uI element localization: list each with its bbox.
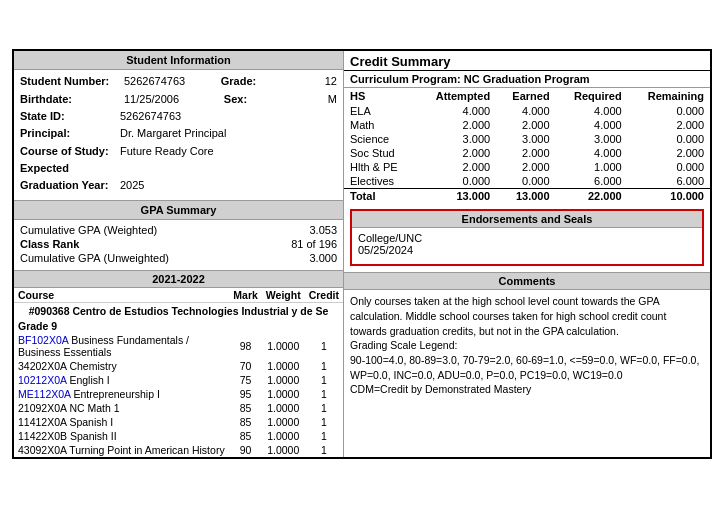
credit-table-row: Electives 0.000 0.000 6.000 6.000 [344, 174, 710, 189]
list-item: 11422X0B Spanish II 85 1.0000 1 [14, 429, 343, 443]
cumulative-unweighted-value: 3.000 [309, 252, 337, 264]
credit-cell: 1 [305, 373, 343, 387]
subject-cell: Hlth & PE [344, 160, 416, 174]
credit-table-row: Math 2.000 2.000 4.000 2.000 [344, 118, 710, 132]
weight-cell: 1.0000 [262, 429, 305, 443]
subject-cell: Electives [344, 174, 416, 189]
credit-cell: 1 [305, 387, 343, 401]
comments-text: Only courses taken at the high school le… [344, 290, 710, 401]
endorsements-date: 05/25/2024 [358, 244, 696, 256]
required-cell: 6.000 [556, 174, 628, 189]
course-desc: Chemistry [69, 360, 116, 372]
attempted-cell: 3.000 [416, 132, 496, 146]
course-id[interactable]: ME112X0A [18, 388, 71, 400]
earned-cell: 0.000 [496, 174, 555, 189]
course-id: 11422X0B [18, 430, 67, 442]
attempted-cell: 0.000 [416, 174, 496, 189]
student-number-value: 5262674763 [124, 74, 185, 89]
course-of-study-row: Course of Study: Future Ready Core [20, 144, 337, 159]
school-row: #090368 Centro de Estudios Technologies … [14, 302, 343, 319]
left-panel: Student Information Student Number: 5262… [14, 51, 344, 457]
required-col-header: Required [556, 88, 628, 104]
course-desc: Entrepreneurship I [73, 388, 159, 400]
state-id-row: State ID: 5262674763 [20, 109, 337, 124]
course-desc: NC Math 1 [69, 402, 119, 414]
weight-cell: 1.0000 [262, 333, 305, 359]
hs-col-header: HS [344, 88, 416, 104]
graduation-year-value: 2025 [120, 178, 144, 193]
course-table: Course Mark Weight Credit #090368 Centro… [14, 288, 343, 457]
weight-cell: 1.0000 [262, 415, 305, 429]
course-col-header: Course [14, 288, 229, 303]
weight-cell: 1.0000 [262, 373, 305, 387]
mark-cell: 98 [229, 333, 262, 359]
curriculum-program: Curriculum Program: NC Graduation Progra… [344, 71, 710, 88]
remaining-cell: 2.000 [628, 118, 710, 132]
principal-row: Principal: Dr. Margaret Principal [20, 126, 337, 141]
credit-summary-title: Credit Summary [344, 51, 710, 71]
mark-cell: 85 [229, 429, 262, 443]
state-id-label: State ID: [20, 109, 120, 124]
list-item: ME112X0A Entrepreneurship I 95 1.0000 1 [14, 387, 343, 401]
list-item: 43092X0A Turning Point in American Histo… [14, 443, 343, 457]
attempted-cell: 2.000 [416, 160, 496, 174]
attempted-cell: 4.000 [416, 104, 496, 118]
endorsements-section: Endorsements and Seals College/UNC 05/25… [350, 209, 704, 266]
endorsements-label: College/UNC [358, 232, 696, 244]
graduation-year-label: Graduation Year: [20, 178, 120, 193]
class-rank-value: 81 of 196 [291, 238, 337, 250]
remaining-cell: 6.000 [628, 174, 710, 189]
remaining-cell: 2.000 [628, 146, 710, 160]
earned-cell: 2.000 [496, 118, 555, 132]
total-attempted: 13.000 [416, 189, 496, 204]
course-id[interactable]: BF102X0A [18, 334, 68, 346]
grade-label: Grade: [221, 74, 321, 89]
expected-label: Expected [20, 161, 120, 176]
course-id[interactable]: 10212X0A [18, 374, 66, 386]
course-name-cell[interactable]: ME112X0A Entrepreneurship I [14, 387, 229, 401]
required-cell: 1.000 [556, 160, 628, 174]
credit-cell: 1 [305, 429, 343, 443]
student-number-row: Student Number: 5262674763 Grade: 12 [20, 74, 337, 89]
course-section: Course Mark Weight Credit #090368 Centro… [14, 288, 343, 457]
credit-total-row: Total 13.000 13.000 22.000 10.000 [344, 189, 710, 204]
cumulative-weighted-value: 3.053 [309, 224, 337, 236]
cumulative-unweighted-label: Cumulative GPA (Unweighted) [20, 252, 169, 264]
credit-col-header: Credit [305, 288, 343, 303]
weight-cell: 1.0000 [262, 359, 305, 373]
course-name-cell[interactable]: 10212X0A English I [14, 373, 229, 387]
credit-table-row: Hlth & PE 2.000 2.000 1.000 0.000 [344, 160, 710, 174]
credit-cell: 1 [305, 401, 343, 415]
course-id: 43092X0A [18, 444, 66, 456]
sex-label: Sex: [224, 92, 324, 107]
cumulative-weighted-row: Cumulative GPA (Weighted) 3.053 [20, 224, 337, 236]
earned-cell: 2.000 [496, 160, 555, 174]
attempted-cell: 2.000 [416, 118, 496, 132]
credit-cell: 1 [305, 333, 343, 359]
weight-cell: 1.0000 [262, 443, 305, 457]
remaining-cell: 0.000 [628, 160, 710, 174]
weight-col-header: Weight [262, 288, 305, 303]
student-number-label: Student Number: [20, 74, 120, 89]
grade-row: Grade 9 [14, 319, 343, 333]
remaining-cell: 0.000 [628, 132, 710, 146]
course-name-cell: 11422X0B Spanish II [14, 429, 229, 443]
required-cell: 4.000 [556, 104, 628, 118]
list-item: BF102X0A Business Fundamentals / Busines… [14, 333, 343, 359]
student-info-header: Student Information [14, 51, 343, 70]
credit-cell: 1 [305, 359, 343, 373]
required-cell: 3.000 [556, 132, 628, 146]
weight-cell: 1.0000 [262, 401, 305, 415]
course-name-cell[interactable]: BF102X0A Business Fundamentals / Busines… [14, 333, 229, 359]
list-item: 10212X0A English I 75 1.0000 1 [14, 373, 343, 387]
principal-value: Dr. Margaret Principal [120, 126, 226, 141]
graduation-year-row: Graduation Year: 2025 [20, 178, 337, 193]
mark-cell: 85 [229, 415, 262, 429]
list-item: 34202X0A Chemistry 70 1.0000 1 [14, 359, 343, 373]
course-name-cell: 43092X0A Turning Point in American Histo… [14, 443, 229, 457]
endorsements-header: Endorsements and Seals [352, 211, 702, 228]
birthdate-row: Birthdate: 11/25/2006 Sex: M [20, 92, 337, 107]
gpa-section: Cumulative GPA (Weighted) 3.053 Class Ra… [14, 220, 343, 271]
course-id: 34202X0A [18, 360, 66, 372]
earned-cell: 3.000 [496, 132, 555, 146]
